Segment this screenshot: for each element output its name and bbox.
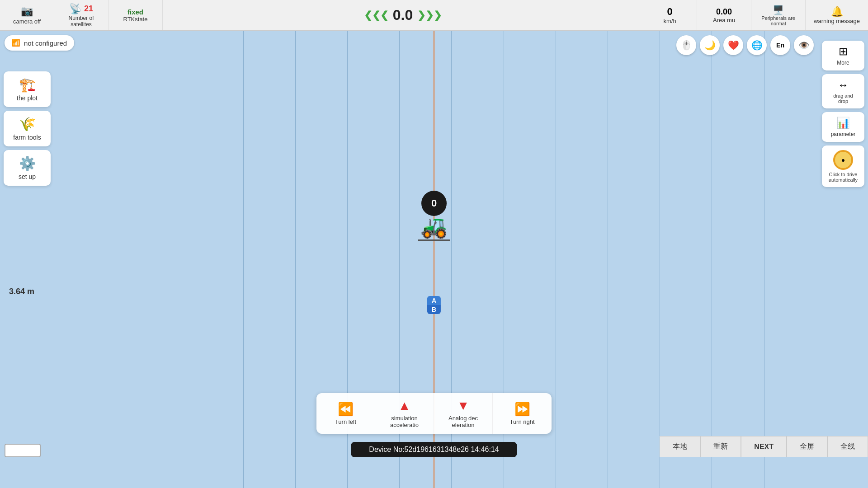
km-label: km/h <box>664 18 676 24</box>
tractor-display: 0 🚜 <box>418 191 450 241</box>
favorite-button[interactable]: ❤️ <box>723 35 743 55</box>
turn-left-button[interactable]: ⏪ Turn left <box>316 393 375 434</box>
sidebar-item-set-up[interactable]: ⚙️ set up <box>4 150 51 186</box>
rtk-label: RTKstate <box>123 16 148 23</box>
device-info-text: Device No:52d1961631348e26 14:46:14 <box>369 446 499 453</box>
more-icon: ⊞ <box>839 45 848 58</box>
area-label: Area mu <box>713 17 735 23</box>
device-info-bar: Device No:52d1961631348e26 14:46:14 <box>351 442 517 457</box>
rtk-status: fixed RTKstate <box>108 0 163 30</box>
right-sidebar: ⊞ More ↔️ drag anddrop 📊 parameter ● Cli… <box>818 36 868 192</box>
auto-drive-icon: ● <box>833 150 853 170</box>
peripherals-status: 🖥️ Peripherals arenormal <box>751 0 806 30</box>
cursor-tool-button[interactable]: 🖱️ <box>676 35 696 55</box>
setup-label: set up <box>19 173 36 180</box>
turn-right-icon: ⏩ <box>514 402 530 417</box>
peripherals-icon: 🖥️ <box>773 5 784 15</box>
tractor-number: 0 <box>421 191 447 216</box>
bottom-controls: ⏪ Turn left ▲ simulationacceleratio ▼ An… <box>316 393 552 434</box>
accelerate-icon: ▲ <box>398 399 411 413</box>
drag-drop-button[interactable]: ↔️ drag anddrop <box>822 74 864 108</box>
not-configured-label: not configured <box>24 39 67 47</box>
plot-label: the plot <box>17 94 38 102</box>
wifi-icon: 📶 <box>12 39 20 47</box>
camera-status[interactable]: 📷 camera off <box>0 0 54 30</box>
ab-b-label: B <box>427 305 441 314</box>
area-value: 0.00 <box>716 7 732 17</box>
bottom-left-indicator <box>5 444 41 457</box>
auto-drive-button[interactable]: ● Click to driveautomatically <box>822 145 864 187</box>
fullscreen-button[interactable]: 全屏 <box>787 436 827 457</box>
warning-label: warning message <box>814 18 860 24</box>
farm-tools-label: farm tools <box>13 134 41 141</box>
reset-button[interactable]: 重新 <box>700 436 741 457</box>
drag-drop-label: drag anddrop <box>833 93 853 104</box>
left-sidebar: 🏗️ the plot 🌾 farm tools ⚙️ set up <box>0 67 54 190</box>
speed-value: 0.0 <box>393 7 413 23</box>
turn-left-icon: ⏪ <box>338 402 354 417</box>
parameter-icon: 📊 <box>836 117 850 129</box>
globe-button[interactable]: 🌐 <box>747 35 767 55</box>
decelerate-icon: ▼ <box>457 399 470 413</box>
speed-unit: 0 km/h <box>643 0 697 30</box>
camera-label: camera off <box>13 18 41 25</box>
setup-icon: ⚙️ <box>19 155 36 171</box>
decelerate-label: Analog deceleration <box>448 415 478 428</box>
all-lines-button[interactable]: 全线 <box>827 436 868 457</box>
km-value: 0 <box>667 6 672 18</box>
eye-button[interactable]: 👁️ <box>794 35 814 55</box>
tractor-base-line <box>418 239 450 241</box>
rtk-value: fixed <box>127 8 143 16</box>
turn-right-button[interactable]: ⏩ Turn right <box>493 393 552 434</box>
more-label: More <box>837 60 849 66</box>
ab-a-label: A <box>427 296 441 305</box>
accelerate-label: simulationacceleratio <box>390 415 419 428</box>
top-bar: 📷 camera off 📡 21 Number ofsatellites fi… <box>0 0 868 31</box>
parameter-label: parameter <box>831 131 856 137</box>
warning-status[interactable]: 🔔 warning message <box>806 0 868 30</box>
parameter-button[interactable]: 📊 parameter <box>822 112 864 142</box>
speed-control: ❮❮❮ 0.0 ❯❯❯ <box>163 0 643 30</box>
signal-config[interactable]: 📶 not configured <box>5 35 74 51</box>
sidebar-item-farm-tools[interactable]: 🌾 farm tools <box>4 111 51 146</box>
top-right-icons: 🖱️ 🌙 ❤️ 🌐 En 👁️ <box>676 35 814 55</box>
night-mode-button[interactable]: 🌙 <box>700 35 720 55</box>
more-button[interactable]: ⊞ More <box>822 41 864 70</box>
area-display: 0.00 Area mu <box>697 0 751 30</box>
warning-icon: 🔔 <box>831 6 843 18</box>
turn-right-label: Turn right <box>509 418 534 425</box>
peripherals-label: Peripherals arenormal <box>761 15 795 26</box>
bottom-right-buttons: 本地 重新 NEXT 全屏 全线 <box>660 436 868 457</box>
farm-tools-icon: 🌾 <box>19 116 36 132</box>
auto-drive-label: Click to driveautomatically <box>829 172 858 183</box>
distance-display: 3.64 m <box>9 287 34 296</box>
speed-increase-button[interactable]: ❯❯❯ <box>417 9 442 21</box>
camera-icon: 📷 <box>21 5 33 17</box>
decelerate-button[interactable]: ▼ Analog deceleration <box>434 393 493 434</box>
tractor-icon: 🚜 <box>420 214 448 239</box>
drag-drop-icon: ↔️ <box>838 79 849 91</box>
satellites-label: Number ofsatellites <box>68 15 94 28</box>
sidebar-item-the-plot[interactable]: 🏗️ the plot <box>4 71 51 107</box>
language-button[interactable]: En <box>770 35 790 55</box>
turn-left-label: Turn left <box>335 418 356 425</box>
speed-decrease-button[interactable]: ❮❮❮ <box>364 9 388 21</box>
next-button[interactable]: NEXT <box>741 436 787 457</box>
accelerate-button[interactable]: ▲ simulationacceleratio <box>375 393 434 434</box>
satellite-icon: 📡 <box>69 3 81 15</box>
ab-marker[interactable]: A B <box>427 296 441 314</box>
local-button[interactable]: 本地 <box>660 436 700 457</box>
plot-icon: 🏗️ <box>19 77 36 93</box>
satellites-status: 📡 21 Number ofsatellites <box>54 0 108 30</box>
satellites-value: 21 <box>84 4 93 14</box>
